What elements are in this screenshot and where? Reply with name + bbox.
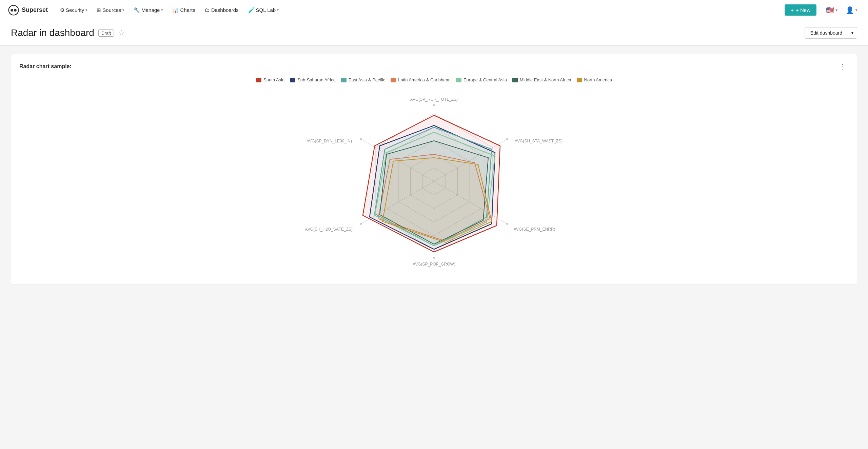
nav-item-security[interactable]: ⚙ Security ▾ xyxy=(56,4,91,16)
legend-label-sub-saharan-africa: Sub-Saharan Africa xyxy=(297,77,336,82)
legend-label-latin-america: Latin America & Caribbean xyxy=(398,77,451,82)
navbar: Superset ⚙ Security ▾ ⊞ Sources ▾ 🔧 Mana… xyxy=(0,0,868,20)
flag-icon: 🇺🇸 xyxy=(826,6,834,14)
edit-dashboard-dropdown-button[interactable]: ▾ xyxy=(848,28,857,38)
nav-item-sources[interactable]: ⊞ Sources ▾ xyxy=(93,4,128,16)
chart-title: Radar chart sample: xyxy=(19,63,72,70)
sources-grid-icon: ⊞ xyxy=(97,7,101,13)
security-gear-icon: ⚙ xyxy=(60,7,64,13)
axis-dot-top-left xyxy=(360,138,362,140)
radar-chart: AVG(SP_RUR_TOTL_ZS) AVG(SH_STA_WAST_ZS) … xyxy=(19,86,849,276)
svg-point-2 xyxy=(14,9,17,12)
svg-point-1 xyxy=(11,9,13,12)
legend-item-east-asia-pacific: East Asia & Pacific xyxy=(341,77,385,82)
edit-dashboard-button[interactable]: Edit dashboard xyxy=(805,27,848,38)
axis-label-top-left: AVG(SP_DYN_LE00_IN) xyxy=(307,139,352,143)
nav-right-controls: 🇺🇸 ▾ 👤 ▾ xyxy=(823,5,860,16)
axis-label-top-right: AVG(SH_STA_WAST_ZS) xyxy=(515,139,563,143)
edit-dashboard-control: Edit dashboard ▾ xyxy=(805,27,857,39)
legend-item-sub-saharan-africa: Sub-Saharan Africa xyxy=(290,77,336,82)
legend-label-south-asia: South Asia xyxy=(263,77,284,82)
legend-color-east-asia-pacific xyxy=(341,78,347,82)
svg-point-0 xyxy=(9,5,19,15)
legend-color-latin-america xyxy=(391,78,396,82)
legend-item-north-america: North America xyxy=(577,77,612,82)
sources-chevron-icon: ▾ xyxy=(122,8,124,12)
language-selector[interactable]: 🇺🇸 ▾ xyxy=(823,5,840,16)
favorite-star-icon[interactable]: ☆ xyxy=(118,28,125,37)
axis-dot-bottom-left xyxy=(360,223,362,225)
charts-bar-icon: 📊 xyxy=(172,7,179,13)
new-button[interactable]: + + New xyxy=(785,4,816,16)
legend-item-latin-america: Latin America & Caribbean xyxy=(391,77,451,82)
page-header: Radar in dashboard Draft ☆ Edit dashboar… xyxy=(0,20,868,46)
legend-item-middle-east-north-africa: Middle East & North Africa xyxy=(512,77,571,82)
new-plus-icon: + xyxy=(791,7,794,13)
axis-label-bottom-right: AVG(SE_PRM_ENRR) xyxy=(514,227,555,232)
legend-label-east-asia-pacific: East Asia & Pacific xyxy=(349,77,385,82)
nav-logo-text: Superset xyxy=(22,6,48,14)
manage-chevron-icon: ▾ xyxy=(161,8,163,12)
axis-label-bottom: AVG(SP_POP_GROW) xyxy=(413,262,455,267)
legend-item-europe-central-asia: Europe & Central Asia xyxy=(456,77,507,82)
nav-logo[interactable]: Superset xyxy=(8,5,48,16)
nav-item-manage[interactable]: 🔧 Manage ▾ xyxy=(130,4,167,16)
legend-color-middle-east-north-africa xyxy=(512,78,518,82)
axis-dot-bottom xyxy=(433,257,435,259)
draft-badge: Draft xyxy=(98,30,114,37)
sqllab-icon: 🧪 xyxy=(248,7,255,13)
security-chevron-icon: ▾ xyxy=(85,8,87,12)
sqllab-chevron-icon: ▾ xyxy=(277,8,279,12)
chart-header: Radar chart sample: ⋮ xyxy=(19,61,849,72)
chart-options-menu-button[interactable]: ⋮ xyxy=(836,61,849,72)
user-menu[interactable]: 👤 ▾ xyxy=(843,5,860,16)
manage-wrench-icon: 🔧 xyxy=(134,7,140,13)
legend-label-middle-east-north-africa: Middle East & North Africa xyxy=(520,77,571,82)
legend-color-south-asia xyxy=(256,78,261,82)
page-title: Radar in dashboard xyxy=(11,27,94,38)
chart-legend: South Asia Sub-Saharan Africa East Asia … xyxy=(19,77,849,82)
language-chevron-icon: ▾ xyxy=(836,8,837,12)
superset-logo-icon xyxy=(8,5,19,16)
axis-label-top: AVG(SP_RUR_TOTL_ZS) xyxy=(410,97,458,102)
legend-color-europe-central-asia xyxy=(456,78,461,82)
nav-item-sqllab[interactable]: 🧪 SQL Lab ▾ xyxy=(244,4,283,16)
dashboards-icon: 🗂 xyxy=(205,7,210,13)
axis-dot-top xyxy=(433,104,435,106)
axis-dot-bottom-right xyxy=(506,223,508,225)
main-content: Radar chart sample: ⋮ South Asia Sub-Sah… xyxy=(0,46,868,293)
axis-label-bottom-left: AVG(SH_H2O_SAFE_ZS) xyxy=(305,227,353,232)
nav-item-charts[interactable]: 📊 Charts xyxy=(168,4,199,16)
legend-color-north-america xyxy=(577,78,582,82)
legend-label-europe-central-asia: Europe & Central Asia xyxy=(463,77,507,82)
nav-item-dashboards[interactable]: 🗂 Dashboards xyxy=(201,4,243,16)
user-avatar-icon: 👤 xyxy=(846,6,854,14)
radar-svg: AVG(SP_RUR_TOTL_ZS) AVG(SH_STA_WAST_ZS) … xyxy=(295,86,573,276)
legend-label-north-america: North America xyxy=(584,77,612,82)
user-chevron-icon: ▾ xyxy=(855,8,857,12)
axis-dot-top-right xyxy=(506,138,508,140)
legend-color-sub-saharan-africa xyxy=(290,78,295,82)
legend-item-south-asia: South Asia xyxy=(256,77,284,82)
chart-card: Radar chart sample: ⋮ South Asia Sub-Sah… xyxy=(11,54,857,285)
page-title-row: Radar in dashboard Draft ☆ xyxy=(11,27,125,38)
